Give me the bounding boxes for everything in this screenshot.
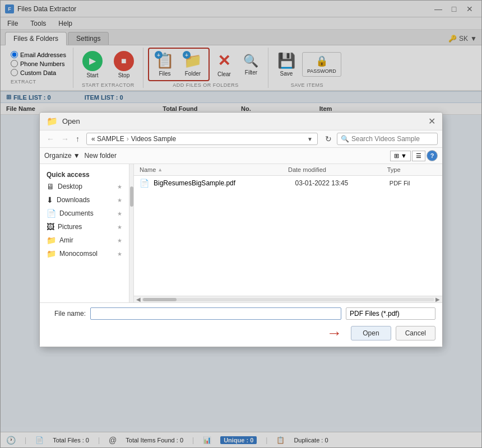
file-item-type: PDF Fil (390, 180, 437, 186)
col-name[interactable]: Name ▲ (140, 166, 288, 173)
file-item-date: 03-01-2022 13:45 (295, 179, 390, 187)
file-item-name: BigResumesBigSample.pdf (154, 179, 295, 187)
pin-icon-pictures: ★ (117, 224, 122, 230)
sidebar-item-desktop[interactable]: 🖥 Desktop ★ (40, 180, 129, 193)
quick-access-header: Quick access (40, 169, 129, 180)
scroll-right-button[interactable]: ▶ (434, 296, 441, 302)
right-arrow-icon: → (326, 324, 342, 342)
dialog-title-bar: 📁 Open ✕ (40, 113, 442, 130)
amir-icon: 📁 (47, 236, 56, 245)
dialog-close-button[interactable]: ✕ (428, 116, 435, 127)
pin-icon-monocomsol: ★ (117, 251, 122, 257)
file-list: Name ▲ Date modified Type 📄 BigResumesBi… (134, 164, 442, 296)
dialog-title: Open (62, 117, 80, 125)
sidebar-scrollbar[interactable] (129, 164, 134, 302)
dialog-toolbar: Organize ▼ New folder ⊞ ▼ ☰ ? (40, 148, 442, 164)
help-button[interactable]: ? (427, 150, 438, 161)
path-videos: Videos Sample (131, 135, 177, 143)
path-dropdown-button[interactable]: ▼ (307, 136, 313, 142)
monocomsol-icon: 📁 (47, 249, 56, 258)
filetype-wrapper: PDF Files (*.pdf) All Files (*.*) (346, 307, 435, 320)
nav-up-button[interactable]: ↑ (73, 133, 82, 144)
scroll-thumb[interactable] (143, 298, 177, 301)
search-icon: 🔍 (341, 135, 349, 143)
dialog-folder-icon: 📁 (47, 116, 58, 127)
filename-input[interactable] (90, 307, 341, 320)
sidebar-item-amir[interactable]: 📁 Amir ★ (40, 234, 129, 247)
pin-icon-amir: ★ (117, 237, 122, 244)
view-buttons: ⊞ ▼ ☰ ? (390, 150, 438, 161)
filename-label: File name: (47, 310, 86, 318)
file-list-header: Name ▲ Date modified Type (134, 164, 442, 176)
sidebar-item-documents[interactable]: 📄 Documents ★ (40, 207, 129, 220)
scroll-left-button[interactable]: ◀ (135, 296, 142, 302)
pin-icon-desktop: ★ (117, 184, 122, 190)
dialog-overlay: 📁 Open ✕ ← → ↑ « SAMPLE › Videos Sample … (0, 0, 482, 448)
dialog-bottom: File name: PDF Files (*.pdf) All Files (… (40, 302, 442, 347)
nav-bar: ← → ↑ « SAMPLE › Videos Sample ▼ ↻ 🔍 (40, 130, 442, 148)
nav-back-button[interactable]: ← (44, 133, 57, 144)
file-list-area: Name ▲ Date modified Type 📄 BigResumesBi… (134, 164, 442, 302)
refresh-button[interactable]: ↻ (322, 133, 335, 145)
open-button[interactable]: Open (351, 326, 391, 340)
sidebar-item-downloads[interactable]: ⬇ Downloads ★ (40, 193, 129, 207)
desktop-icon: 🖥 (47, 182, 54, 191)
sidebar-scroll-thumb (130, 186, 133, 207)
pin-icon-downloads: ★ (117, 197, 122, 203)
search-input[interactable] (351, 135, 435, 143)
organize-button[interactable]: Organize ▼ (44, 152, 80, 160)
sidebar-item-monocomsol[interactable]: 📁 Monocomsol ★ (40, 247, 129, 260)
view-detail-button[interactable]: ☰ (412, 151, 425, 161)
file-item[interactable]: 📄 BigResumesBigSample.pdf 03-01-2022 13:… (134, 176, 442, 190)
documents-icon: 📄 (47, 209, 56, 218)
path-bar: « SAMPLE › Videos Sample ▼ (86, 133, 318, 145)
dialog-actions: → Open Cancel (47, 324, 435, 342)
pin-icon-documents: ★ (117, 211, 122, 217)
file-browser: Quick access 🖥 Desktop ★ ⬇ Downloads ★ (40, 164, 442, 302)
cancel-button[interactable]: Cancel (396, 326, 435, 340)
col-type[interactable]: Type (387, 166, 437, 173)
col-date[interactable]: Date modified (288, 166, 387, 173)
filename-row: File name: PDF Files (*.pdf) All Files (… (47, 307, 435, 320)
horizontal-scrollbar[interactable]: ◀ ▶ (134, 296, 442, 302)
path-sep: › (127, 135, 129, 143)
sidebar-nav: Quick access 🖥 Desktop ★ ⬇ Downloads ★ (40, 164, 129, 302)
downloads-icon: ⬇ (47, 195, 53, 204)
pictures-icon: 🖼 (47, 222, 54, 231)
new-folder-button[interactable]: New folder (85, 152, 117, 160)
search-bar: 🔍 (337, 133, 438, 145)
nav-forward-button[interactable]: → (59, 133, 71, 144)
sidebar-item-pictures[interactable]: 🖼 Pictures ★ (40, 220, 129, 234)
filetype-select[interactable]: PDF Files (*.pdf) All Files (*.*) (346, 307, 435, 320)
view-list-button[interactable]: ⊞ ▼ (390, 151, 411, 161)
path-sample: « SAMPLE (91, 135, 124, 143)
sidebar-container: Quick access 🖥 Desktop ★ ⬇ Downloads ★ (40, 164, 134, 302)
open-dialog: 📁 Open ✕ ← → ↑ « SAMPLE › Videos Sample … (39, 112, 443, 347)
organize-dropdown-icon: ▼ (73, 152, 80, 160)
scroll-track[interactable] (142, 298, 434, 301)
pdf-file-icon: 📄 (140, 179, 149, 188)
arrow-right-container: → (47, 324, 342, 342)
